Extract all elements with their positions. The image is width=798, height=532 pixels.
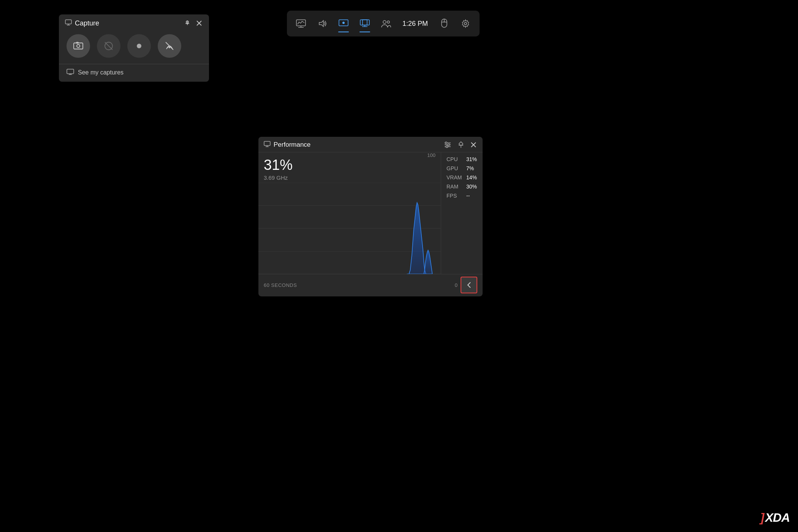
svg-point-42 <box>448 144 450 146</box>
stat-cpu: CPU 31% <box>446 156 477 162</box>
stat-ram: RAM 30% <box>446 184 477 190</box>
taskbar-icon-display[interactable] <box>355 13 375 34</box>
see-captures-monitor-icon <box>66 69 74 76</box>
chart-y-max: 100 <box>427 152 435 158</box>
svg-point-44 <box>446 146 448 148</box>
cpu-chart-area-2 <box>424 250 432 274</box>
svg-rect-17 <box>67 69 74 74</box>
svg-point-25 <box>342 22 345 24</box>
taskbar: 1:26 PM <box>287 11 480 36</box>
performance-sidebar: CPU 31% GPU 7% VRAM 14% RAM 30% FPS -- <box>441 152 483 274</box>
screenshot-button[interactable] <box>66 34 90 58</box>
stat-gpu-label: GPU <box>446 165 466 171</box>
stat-fps-label: FPS <box>446 193 466 199</box>
performance-footer: 60 SECONDS 0 <box>258 274 483 296</box>
svg-point-10 <box>77 44 80 48</box>
stat-fps-value: -- <box>466 193 470 199</box>
capture-panel: Capture <box>59 14 209 82</box>
perf-chart-min: 0 <box>455 282 458 288</box>
cpu-freq: 3.69 GHz <box>264 174 435 181</box>
capture-header-left: Capture <box>65 19 99 27</box>
svg-rect-36 <box>264 141 270 146</box>
stat-vram: VRAM 14% <box>446 174 477 180</box>
cpu-percent: 31% <box>264 158 435 172</box>
chart-svg <box>258 183 441 274</box>
svg-rect-0 <box>65 20 71 24</box>
performance-title: Performance <box>274 141 310 149</box>
stat-ram-value: 30% <box>466 184 477 190</box>
svg-rect-26 <box>360 20 369 25</box>
taskbar-icon-mouse[interactable] <box>434 13 454 34</box>
stat-fps: FPS -- <box>446 193 477 199</box>
record-off-button[interactable] <box>97 34 120 58</box>
perf-footer-right: 0 <box>455 277 477 293</box>
capture-pin-button[interactable] <box>183 19 192 27</box>
perf-monitor-icon <box>264 141 271 149</box>
taskbar-time: 1:26 PM <box>397 20 433 28</box>
svg-rect-9 <box>74 43 83 49</box>
xda-watermark: ] XDA <box>760 511 790 524</box>
taskbar-icon-perf[interactable] <box>291 13 311 34</box>
svg-rect-27 <box>363 20 367 25</box>
stat-cpu-value: 31% <box>466 156 477 162</box>
stat-ram-label: RAM <box>446 184 466 190</box>
stat-gpu: GPU 7% <box>446 165 477 171</box>
stat-cpu-label: CPU <box>446 156 466 162</box>
broadcast-off-button[interactable] <box>158 34 181 58</box>
svg-point-14 <box>137 44 141 48</box>
see-captures-link[interactable]: See my captures <box>59 64 209 82</box>
xda-bracket-left: ] <box>760 511 765 524</box>
perf-collapse-button[interactable] <box>461 277 477 293</box>
svg-point-31 <box>387 21 390 23</box>
perf-settings-button[interactable] <box>443 141 452 149</box>
capture-title: Capture <box>75 19 99 27</box>
stat-gpu-value: 7% <box>466 165 474 171</box>
capture-monitor-icon <box>65 19 72 27</box>
taskbar-icon-settings[interactable] <box>455 13 476 34</box>
perf-time-label: 60 SECONDS <box>264 282 297 288</box>
svg-marker-23 <box>319 21 323 27</box>
performance-body: 31% 3.69 GHz 100 <box>258 152 483 274</box>
performance-main: 31% 3.69 GHz 100 <box>258 152 441 274</box>
capture-buttons-row <box>59 31 209 64</box>
perf-close-button[interactable] <box>470 141 477 149</box>
stat-vram-value: 14% <box>466 174 477 180</box>
taskbar-icon-broadcast[interactable] <box>333 13 354 34</box>
capture-close-button[interactable] <box>195 19 203 27</box>
capture-header: Capture <box>59 14 209 31</box>
see-captures-label: See my captures <box>78 69 124 76</box>
performance-chart <box>258 183 441 274</box>
performance-header: Performance <box>258 137 483 152</box>
performance-panel: Performance <box>258 137 483 296</box>
cpu-chart-area <box>407 203 426 274</box>
record-button[interactable] <box>127 34 151 58</box>
svg-point-40 <box>445 142 447 144</box>
stat-vram-label: VRAM <box>446 174 466 180</box>
perf-header-left: Performance <box>264 141 310 149</box>
svg-point-35 <box>464 22 467 25</box>
perf-pin-button[interactable] <box>457 141 465 149</box>
taskbar-icon-friends[interactable] <box>376 13 396 34</box>
svg-point-30 <box>383 21 386 24</box>
capture-header-icons <box>183 19 203 27</box>
perf-header-icons <box>443 141 477 149</box>
taskbar-icon-volume[interactable] <box>312 13 332 34</box>
xda-text: XDA <box>765 511 790 524</box>
